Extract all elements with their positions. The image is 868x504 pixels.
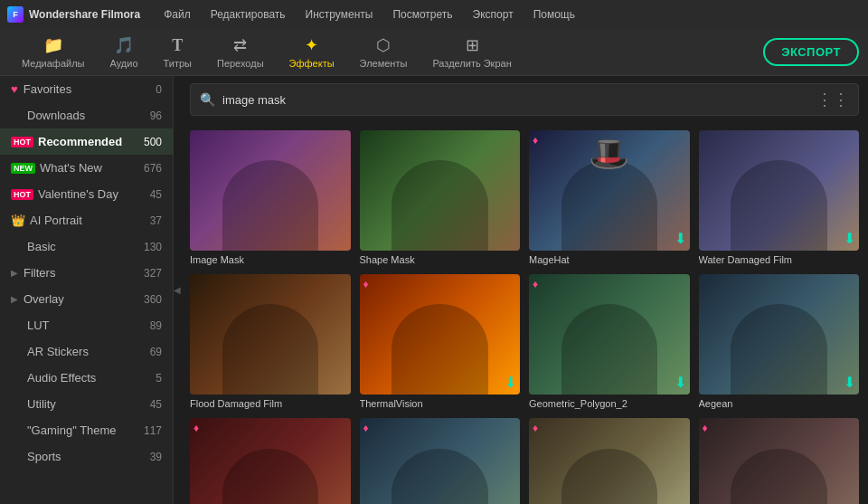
folder-icon: 📁 (43, 35, 63, 55)
diamond-badge-10: ♦ (363, 422, 369, 434)
toolbar-titles[interactable]: T Титры (151, 33, 204, 72)
sidebar-item-recommended[interactable]: HOT Recommended 500 (0, 128, 173, 155)
menu-file[interactable]: Файл (156, 5, 198, 24)
toolbar-titles-label: Титры (164, 58, 192, 69)
sidebar-item-audio-effects[interactable]: Audio Effects 5 (0, 365, 173, 391)
grid-item-7[interactable]: ♦⬇Geometric_Polygon_2 (529, 274, 690, 409)
grid-item-1[interactable]: Image Mask (190, 130, 351, 265)
menu-edit[interactable]: Редактировать (203, 5, 293, 24)
toolbar-elements[interactable]: ⬡ Элементы (347, 32, 420, 72)
download-button-6[interactable]: ⬇ (505, 374, 516, 391)
sidebar: ♥ Favorites 0 Downloads 96 HOT Recommend… (0, 76, 174, 504)
sidebar-item-ai-portrait[interactable]: 👑 AI Portrait 37 (0, 207, 173, 233)
grid-item-6[interactable]: ♦⬇ThermalVision (360, 274, 521, 409)
sidebar-item-ar-stickers[interactable]: AR Stickers 69 (0, 338, 173, 365)
grid-item-11[interactable]: ♦Japanese_Travel_Traditi... (529, 418, 690, 504)
grid-item-4[interactable]: ⬇Water Damaged Film (699, 130, 860, 265)
toolbar-transitions[interactable]: ⇄ Переходы (204, 32, 277, 72)
toolbar: 📁 Медиафайлы 🎵 Аудио T Титры ⇄ Переходы … (0, 29, 868, 76)
sidebar-lut-label: LUT (27, 319, 50, 332)
grid-label-2: Shape Mask (360, 254, 521, 265)
grid-options-icon[interactable]: ⋮⋮ (816, 90, 849, 109)
menu-view[interactable]: Посмотреть (385, 5, 459, 24)
menu-export[interactable]: Экспорт (466, 5, 521, 24)
sidebar-downloads-label: Downloads (27, 109, 85, 122)
sidebar-item-valentines[interactable]: HOT Valentine's Day 45 (0, 181, 173, 207)
crown-icon: 👑 (11, 214, 25, 227)
content-area: 🔍 ⋮⋮ Image MaskShape Mask🎩♦⬇MageHat⬇Wate… (181, 76, 868, 504)
sidebar-item-lut[interactable]: LUT 89 (0, 312, 173, 338)
toolbar-effects[interactable]: ✦ Эффекты (277, 32, 347, 72)
sidebar-overlay-label: Overlay (24, 292, 64, 306)
sidebar-sports-badge: 39 (150, 451, 162, 463)
expand-filters-icon: ▶ (11, 268, 18, 278)
toolbar-media[interactable]: 📁 Медиафайлы (9, 32, 97, 72)
grid-item-3[interactable]: 🎩♦⬇MageHat (529, 130, 690, 265)
diamond-badge-11: ♦ (533, 422, 538, 434)
toolbar-split[interactable]: ⊞ Разделить Экран (420, 32, 524, 72)
grid-label-7: Geometric_Polygon_2 (529, 398, 690, 409)
grid-item-12[interactable]: ♦⬇MoodSwing (699, 418, 860, 504)
effects-grid: Image MaskShape Mask🎩♦⬇MageHat⬇Water Dam… (181, 123, 868, 504)
search-input[interactable] (222, 93, 809, 107)
sidebar-filters-badge: 327 (144, 267, 162, 280)
grid-thumb-8: ⬇ (699, 274, 860, 395)
sidebar-item-gaming-theme[interactable]: "Gaming" Theme 117 (0, 417, 173, 443)
sidebar-valentines-badge: 45 (150, 188, 162, 201)
grid-thumb-9: ♦⬇ (190, 418, 351, 504)
grid-thumb-10: ♦⬇ (360, 418, 521, 504)
grid-thumb-7: ♦⬇ (529, 274, 690, 395)
elements-icon: ⬡ (376, 35, 391, 55)
download-button-7[interactable]: ⬇ (675, 374, 686, 391)
audio-icon: 🎵 (114, 35, 134, 55)
grid-item-9[interactable]: ♦⬇Profile Movie Pack Overl... (190, 418, 351, 504)
sidebar-utility-label: Utility (27, 397, 56, 411)
sidebar-item-sports[interactable]: Sports 39 (0, 443, 173, 470)
grid-item-10[interactable]: ♦⬇Contemporary Pack Fas... (360, 418, 521, 504)
sidebar-item-basic[interactable]: Basic 130 (0, 233, 173, 260)
grid-thumb-11: ♦ (529, 418, 690, 504)
diamond-badge-6: ♦ (363, 278, 369, 290)
toolbar-audio[interactable]: 🎵 Аудио (97, 32, 150, 72)
transitions-icon: ⇄ (233, 35, 247, 55)
menu-tools[interactable]: Инструменты (298, 5, 381, 24)
sidebar-overlay-badge: 360 (144, 293, 162, 306)
sidebar-sports-label: Sports (27, 450, 61, 463)
grid-item-2[interactable]: Shape Mask (360, 130, 521, 265)
diamond-badge-12: ♦ (703, 422, 708, 434)
sidebar-basic-label: Basic (27, 240, 56, 253)
grid-thumb-4: ⬇ (699, 130, 860, 251)
grid-item-8[interactable]: ⬇Aegean (699, 274, 860, 409)
sidebar-item-whats-new[interactable]: NEW What's New 676 (0, 155, 173, 181)
export-button[interactable]: ЭКСПОРТ (763, 38, 859, 66)
titlebar: F Wondershare Filmora Файл Редактировать… (0, 0, 868, 29)
grid-thumb-3: 🎩♦⬇ (529, 130, 690, 251)
sidebar-item-favorites[interactable]: ♥ Favorites 0 (0, 76, 173, 102)
app-icon: F (7, 6, 24, 23)
diamond-badge-9: ♦ (193, 422, 199, 434)
resizer-handle: ◀ (174, 285, 181, 295)
sidebar-favorites-label: Favorites (24, 82, 71, 96)
sidebar-item-filters[interactable]: ▶ Filters 327 (0, 260, 173, 286)
sidebar-whats-new-badge: 676 (144, 162, 162, 175)
sidebar-item-utility[interactable]: Utility 45 (0, 391, 173, 417)
download-button-4[interactable]: ⬇ (844, 230, 855, 247)
grid-thumb-1 (190, 130, 351, 251)
sidebar-resizer[interactable]: ◀ (174, 76, 181, 504)
grid-label-5: Flood Damaged Film (190, 398, 351, 409)
download-button-3[interactable]: ⬇ (675, 230, 686, 247)
download-button-8[interactable]: ⬇ (844, 374, 855, 391)
hot-tag-2: HOT (11, 189, 33, 200)
sidebar-item-overlay[interactable]: ▶ Overlay 360 (0, 286, 173, 312)
sidebar-item-downloads[interactable]: Downloads 96 (0, 102, 173, 128)
app-name: Wondershare Filmora (29, 8, 140, 21)
heart-icon: ♥ (11, 82, 18, 96)
sidebar-gaming-theme-badge: 117 (144, 424, 162, 437)
toolbar-split-label: Разделить Экран (432, 58, 511, 69)
new-tag: NEW (11, 163, 35, 174)
searchbar: 🔍 ⋮⋮ (190, 83, 859, 116)
grid-label-1: Image Mask (190, 254, 351, 265)
menu-help[interactable]: Помощь (526, 5, 582, 24)
grid-thumb-12: ♦⬇ (699, 418, 860, 504)
grid-item-5[interactable]: Flood Damaged Film (190, 274, 351, 409)
